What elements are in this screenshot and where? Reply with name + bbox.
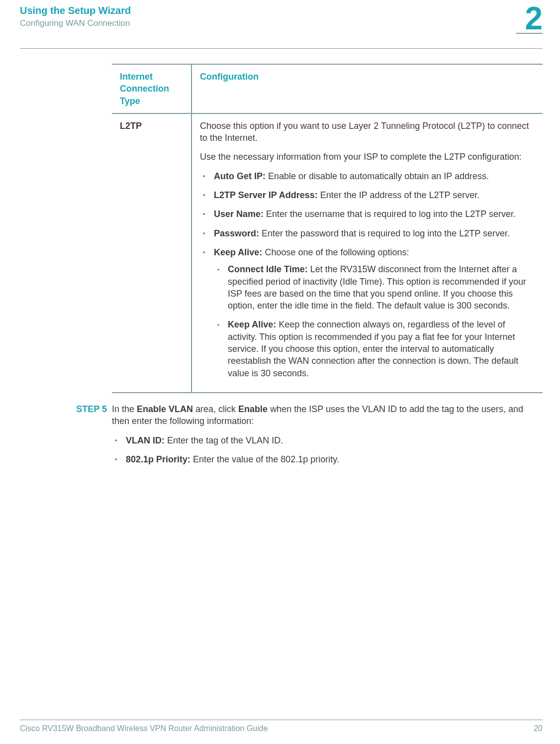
intro-para-2: Use the necessary information from your … — [200, 151, 535, 163]
table-row: L2TP Choose this option if you want to u… — [112, 113, 543, 393]
bullet-label: Password: — [214, 228, 259, 238]
bullet-text: Choose one of the following options: — [262, 247, 409, 257]
page-footer: Cisco RV315W Broadband Wireless VPN Rout… — [20, 720, 543, 733]
intro-para-1: Choose this option if you want to use La… — [200, 120, 535, 144]
list-item: Password: Enter the password that is req… — [214, 227, 535, 239]
bullet-text: Enter the value of the 802.1p priority. — [190, 454, 339, 464]
step-text: area, click — [193, 404, 238, 414]
bullet-label: 802.1p Priority: — [126, 454, 190, 464]
step-text: In the — [112, 404, 137, 414]
footer-title: Cisco RV315W Broadband Wireless VPN Rout… — [20, 724, 268, 733]
bullet-text: Enter the username that is required to l… — [264, 209, 516, 219]
list-item: Keep Alive: Keep the connection always o… — [228, 319, 535, 379]
bullet-label: L2TP Server IP Address: — [214, 190, 318, 200]
step-bullet-list: VLAN ID: Enter the tag of the VLAN ID. 8… — [112, 434, 543, 466]
step-intro: In the Enable VLAN area, click Enable wh… — [112, 403, 543, 427]
step-label: STEP 5 — [73, 403, 112, 472]
section-title: Configuring WAN Connection — [20, 18, 540, 28]
table-header-config: Configuration — [191, 64, 543, 113]
bullet-label: User Name: — [214, 209, 264, 219]
header-short-rule — [516, 33, 543, 34]
step-body: In the Enable VLAN area, click Enable wh… — [112, 403, 543, 472]
page-number: 20 — [534, 724, 543, 733]
step-bold: Enable VLAN — [137, 404, 193, 414]
list-item: VLAN ID: Enter the tag of the VLAN ID. — [126, 434, 543, 446]
bullet-label: VLAN ID: — [126, 435, 165, 445]
config-table: Internet Connection Type Configuration L… — [112, 64, 543, 393]
bullet-label: Keep Alive: — [214, 247, 262, 257]
bullet-text: Enter the password that is required to l… — [259, 228, 510, 238]
configuration-cell: Choose this option if you want to use La… — [191, 113, 543, 393]
sub-label: Connect Idle Time: — [228, 264, 308, 274]
step-bold: Enable — [238, 404, 268, 414]
list-item: Keep Alive: Choose one of the following … — [214, 246, 535, 379]
chapter-number: 2 — [525, 0, 543, 37]
list-item: Auto Get IP: Enable or disable to automa… — [214, 170, 535, 182]
list-item: Connect Idle Time: Let the RV315W discon… — [228, 263, 535, 312]
table-header-type: Internet Connection Type — [112, 64, 191, 113]
main-content: Internet Connection Type Configuration L… — [0, 49, 560, 472]
bullet-text: Enter the tag of the VLAN ID. — [165, 435, 283, 445]
sub-label: Keep Alive: — [228, 319, 276, 329]
bullet-text: Enter the IP address of the L2TP server. — [318, 190, 480, 200]
chapter-title: Using the Setup Wizard — [20, 5, 540, 16]
connection-type-cell: L2TP — [112, 113, 191, 393]
list-item: L2TP Server IP Address: Enter the IP add… — [214, 189, 535, 201]
bullet-text: Enable or disable to automatically obtai… — [266, 171, 489, 181]
list-item: 802.1p Priority: Enter the value of the … — [126, 453, 543, 465]
list-item: User Name: Enter the username that is re… — [214, 208, 535, 220]
keep-alive-sublist: Connect Idle Time: Let the RV315W discon… — [214, 263, 535, 379]
step-5: STEP 5 In the Enable VLAN area, click En… — [73, 403, 543, 472]
page-header: Using the Setup Wizard Configuring WAN C… — [0, 0, 560, 28]
config-bullet-list: Auto Get IP: Enable or disable to automa… — [200, 170, 535, 379]
bullet-label: Auto Get IP: — [214, 171, 266, 181]
